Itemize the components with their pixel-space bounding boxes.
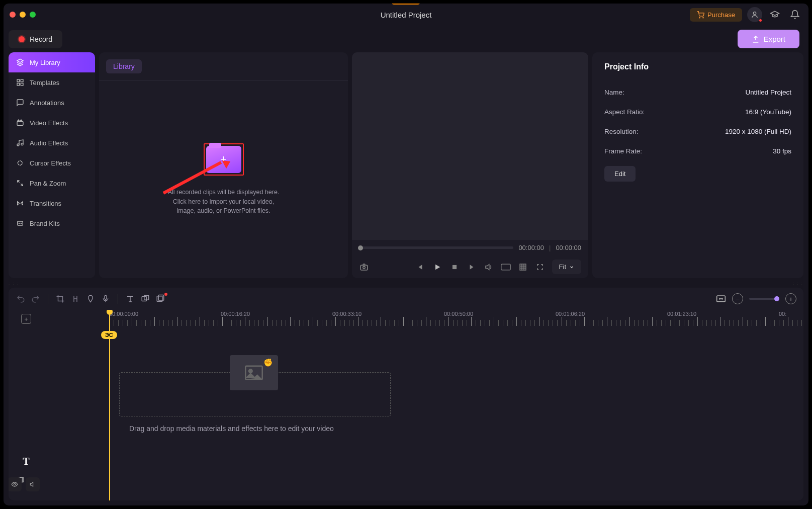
drop-hint: Drag and drop media materials and effect… — [129, 425, 334, 433]
resize-grip[interactable]: : : : — [793, 281, 803, 286]
image-icon — [244, 364, 264, 381]
header-row: Record Export — [4, 26, 808, 52]
prev-frame-button[interactable] — [415, 262, 425, 272]
svg-rect-16 — [501, 264, 510, 270]
main-panels: My Library Templates Annotations Video E… — [4, 52, 808, 281]
sidebar-label: Annotations — [30, 99, 64, 107]
clapper-icon — [16, 118, 25, 127]
undo-button[interactable] — [16, 294, 26, 304]
sidebar-item-pan-zoom[interactable]: Pan & Zoom — [9, 173, 95, 193]
chevron-down-icon — [569, 265, 574, 270]
tab-library[interactable]: Library — [106, 59, 142, 73]
fullscreen-button[interactable] — [535, 262, 545, 272]
redo-button[interactable] — [31, 294, 41, 304]
play-button[interactable] — [432, 262, 442, 272]
account-button[interactable] — [747, 7, 762, 22]
svg-rect-17 — [105, 295, 107, 299]
sidebar-label: Pan & Zoom — [30, 180, 66, 187]
music-icon — [16, 138, 25, 147]
export-label: Export — [764, 35, 785, 43]
volume-button[interactable] — [484, 262, 494, 272]
track-controls — [9, 477, 40, 491]
info-row-name: Name:Untitled Project — [604, 82, 791, 102]
record-button[interactable]: Record — [9, 30, 62, 48]
svg-point-8 — [17, 144, 19, 146]
tracks-area: ЭС T 01 ✊ Drag and drop media materials … — [9, 328, 803, 500]
visibility-track-button[interactable] — [9, 477, 22, 491]
voiceover-button[interactable] — [101, 294, 111, 304]
import-media-button[interactable]: + — [204, 143, 244, 176]
preview-canvas[interactable] — [352, 52, 588, 240]
export-button[interactable]: Export — [738, 30, 799, 48]
purchase-label: Purchase — [707, 11, 735, 19]
svg-point-0 — [699, 17, 700, 18]
sidebar-item-transitions[interactable]: Transitions — [9, 193, 95, 213]
split-button[interactable] — [70, 294, 80, 304]
zoom-out-button[interactable]: − — [732, 293, 743, 304]
crop-button[interactable] — [55, 294, 65, 304]
resize-grip[interactable]: : : : — [9, 281, 19, 286]
minimize-window[interactable] — [20, 12, 26, 18]
svg-rect-4 — [21, 79, 23, 82]
total-time: 00:00:00 — [556, 244, 581, 251]
user-icon — [751, 11, 759, 19]
text-button[interactable] — [125, 294, 135, 304]
mute-track-button[interactable] — [26, 477, 40, 491]
sidebar-label: Video Effects — [30, 119, 68, 127]
sidebar-item-video-effects[interactable]: Video Effects — [9, 113, 95, 133]
stop-button[interactable] — [449, 262, 460, 272]
add-track-button[interactable]: + — [21, 314, 31, 324]
purchase-button[interactable]: Purchase — [690, 8, 742, 22]
zoom-fit-select[interactable]: Fit — [552, 260, 581, 274]
titlebar: Untitled Project Purchase — [4, 4, 808, 26]
sidebar-item-my-library[interactable]: My Library — [9, 52, 95, 72]
snapshot-button[interactable] — [359, 262, 369, 272]
info-row-framerate: Frame Rate:30 fps — [604, 141, 791, 161]
track-canvas[interactable]: ✊ Drag and drop media materials and effe… — [44, 328, 803, 500]
zoom-in-button[interactable]: + — [785, 293, 796, 304]
dragging-clip[interactable]: ✊ — [230, 355, 278, 390]
sidebar-item-cursor-effects[interactable]: Cursor Effects — [9, 153, 95, 173]
svg-point-1 — [703, 17, 703, 18]
bell-icon — [790, 10, 800, 20]
edit-project-button[interactable]: Edit — [604, 166, 636, 182]
overlay-button[interactable] — [140, 294, 150, 304]
scrub-track[interactable] — [359, 246, 513, 249]
fit-timeline-button[interactable] — [716, 294, 726, 304]
svg-rect-13 — [360, 265, 368, 270]
window-controls — [10, 12, 36, 18]
notifications-button[interactable] — [787, 7, 802, 22]
expand-icon — [16, 179, 25, 188]
time-ruler[interactable]: 00:00:00:00 00:00:16:20 00:00:33:10 00:0… — [44, 310, 803, 328]
current-time: 00:00:00 — [518, 244, 544, 251]
app-window: Untitled Project Purchase Record — [4, 4, 808, 505]
sidebar-label: Audio Effects — [30, 139, 68, 147]
sidebar-label: Cursor Effects — [30, 159, 71, 167]
import-hint: All recorded clips will be displayed her… — [168, 188, 280, 216]
sidebar-item-annotations[interactable]: Annotations — [9, 93, 95, 113]
grab-cursor-icon: ✊ — [263, 358, 273, 367]
ai-button[interactable] — [155, 294, 165, 304]
text-track-icon: T — [23, 456, 29, 467]
palette-icon — [16, 219, 25, 228]
sidebar-label: My Library — [30, 59, 60, 66]
learn-button[interactable] — [767, 7, 782, 22]
sparkle-icon — [16, 158, 25, 167]
close-window[interactable] — [10, 12, 16, 18]
sidebar-item-brand-kits[interactable]: Brand Kits — [9, 213, 95, 233]
quality-button[interactable] — [501, 262, 511, 272]
grid-button[interactable] — [518, 262, 528, 272]
sidebar-item-templates[interactable]: Templates — [9, 72, 95, 93]
split-indicator[interactable]: ЭС — [101, 331, 117, 339]
svg-point-12 — [21, 223, 21, 223]
graduation-icon — [770, 10, 780, 20]
title-accent — [392, 4, 420, 5]
maximize-window[interactable] — [30, 12, 36, 18]
ruler-row: + 00:00:00:00 00:00:16:20 00:00:33:10 00… — [9, 310, 803, 328]
zoom-slider[interactable] — [749, 298, 779, 300]
sidebar-item-audio-effects[interactable]: Audio Effects — [9, 133, 95, 153]
marker-button[interactable] — [85, 294, 96, 304]
cart-icon — [697, 11, 704, 19]
info-row-aspect: Aspect Ratio:16:9 (YouTube) — [604, 102, 791, 122]
next-frame-button[interactable] — [467, 262, 477, 272]
